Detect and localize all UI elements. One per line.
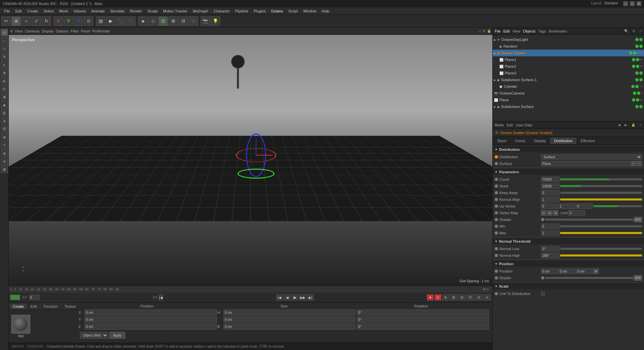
sidebar-magnet-tool[interactable]: ⊘ (1, 69, 8, 76)
sidebar-select-tool[interactable]: ⊹ (1, 45, 8, 52)
coord-y-size[interactable] (224, 316, 356, 323)
tab-create[interactable]: Create (10, 304, 27, 309)
material-item[interactable]: Mat (11, 315, 30, 338)
attr-prev-icon[interactable]: ◀ (618, 123, 621, 127)
modifier-btn[interactable]: ⊟ (179, 16, 188, 26)
sidebar-snap-btn[interactable]: ⊡ (1, 29, 8, 36)
menu-animate[interactable]: Animate (89, 8, 107, 14)
min-slider[interactable] (560, 225, 642, 227)
sidebar-tool9[interactable]: ⊕ (1, 93, 8, 101)
count-slider[interactable] (560, 178, 642, 180)
om-tab-objects[interactable]: Objects (523, 29, 535, 33)
count-input[interactable] (541, 177, 559, 182)
geometry-btn[interactable]: ◈ (138, 16, 148, 26)
scatter-tag-2[interactable]: ▪ (638, 51, 639, 55)
field-btn[interactable]: ◌ (189, 16, 198, 26)
play-btn[interactable]: ▶ (292, 294, 298, 300)
om-tab-tags[interactable]: Tags (538, 29, 546, 33)
vis-p1-2[interactable] (636, 58, 639, 61)
options-menu[interactable]: Options (56, 29, 68, 33)
x-axis-btn[interactable]: X (54, 16, 63, 26)
up-vector-slider[interactable] (593, 205, 642, 207)
scale-section-header[interactable]: ▼ Scale (493, 283, 644, 290)
spline-btn[interactable]: ◇ (148, 16, 158, 26)
menu-help[interactable]: Help (319, 8, 332, 14)
scatter-tag-1[interactable]: ▪ (637, 51, 638, 55)
vis-dot-2[interactable] (639, 38, 643, 41)
menu-file[interactable]: File (1, 8, 13, 14)
attr-tab-display[interactable]: Display (530, 138, 550, 144)
vertex-map-key-btn[interactable]: ⊛ (553, 210, 558, 216)
menu-edit[interactable]: Edit (13, 8, 24, 14)
list-item[interactable]: ▸ ◈ Subdivision Surface.1 (493, 76, 644, 83)
render-active-btn[interactable]: ⬛ (116, 16, 126, 26)
z-axis-btn[interactable]: Z (74, 16, 83, 26)
y-axis-btn[interactable]: Y (64, 16, 73, 26)
vertex-map-select-btn[interactable]: ⊙ (541, 210, 546, 216)
sidebar-sculpt-tool[interactable]: ◎ (1, 77, 8, 84)
cameras-menu[interactable]: Cameras (25, 29, 40, 33)
attr-tab-coord[interactable]: Coord. (511, 138, 530, 144)
auto-key-btn[interactable]: ⊙ (435, 294, 441, 300)
vis-subd1-2[interactable] (639, 78, 643, 81)
jump-start-btn[interactable]: |◀ (276, 294, 283, 300)
key-all-btn[interactable]: ⊛ (442, 294, 449, 300)
keep-away-slider[interactable] (560, 192, 642, 194)
om-tab-bookmarks[interactable]: Bookmarks (549, 29, 567, 33)
menu-window[interactable]: Window (300, 8, 319, 14)
surface-value-input[interactable] (541, 161, 630, 166)
vis-scatter-1[interactable] (629, 51, 632, 55)
distribution-type-select[interactable]: Surface (541, 154, 642, 160)
sidebar-tool16[interactable]: ⊚ (1, 150, 8, 157)
scale-btn[interactable]: ⤢ (32, 16, 41, 26)
coord-z-size[interactable] (224, 324, 356, 330)
om-tab-edit[interactable]: Edit (503, 29, 510, 33)
jump-end-btn[interactable]: ▶| (307, 294, 314, 300)
render-region-btn[interactable]: ▤ (96, 16, 105, 26)
frame-input[interactable] (30, 295, 40, 300)
key-pts-btn[interactable]: ⊟ (458, 294, 466, 300)
list-item[interactable]: ⬜ Plane2 ▪ ▪ (493, 63, 644, 70)
attr-tab-basic[interactable]: Basic (494, 138, 510, 144)
sidebar-tool12[interactable]: ⊙ (1, 117, 8, 125)
om-tab-view[interactable]: View (512, 29, 521, 33)
plane-tag1[interactable]: ▪ (640, 98, 641, 102)
key-param-btn[interactable]: Ⓟ (467, 294, 474, 300)
cyl-tag[interactable]: ● (639, 85, 641, 88)
vis-plane-1[interactable] (632, 98, 635, 102)
sidebar-move-tool[interactable]: ↔ (1, 37, 8, 44)
scatter-tag-3[interactable]: ▪ (640, 51, 641, 55)
pos-shader-dot[interactable] (541, 276, 544, 280)
pos-key-btn[interactable]: ⊛ (593, 269, 599, 274)
sidebar-tool14[interactable]: ⊛ (1, 133, 8, 141)
vis-random-1[interactable] (635, 45, 639, 48)
coord-z-rot[interactable] (357, 324, 489, 330)
sidebar-tool18[interactable]: ⊞ (1, 166, 8, 173)
list-item[interactable]: ⬜ Plane ▪ ▪ (493, 97, 644, 103)
set-start-frame-btn[interactable]: |◀ (159, 294, 163, 300)
undo-btn[interactable]: ↩ (1, 16, 11, 26)
sidebar-brush-tool[interactable]: ∅ (1, 85, 8, 93)
transform-gizmo[interactable] (236, 135, 276, 175)
list-item[interactable]: ▸ ◈ Subdivision Surface (493, 103, 644, 110)
cyl-tag2[interactable]: ▪ (642, 85, 643, 88)
vis-subd1-1[interactable] (635, 78, 639, 81)
attr-tab-edit[interactable]: Edit (507, 123, 513, 127)
vis-p1-1[interactable] (632, 58, 635, 61)
pos-shader-toggle[interactable]: OFF (634, 275, 642, 281)
play-fwd-btn[interactable]: ▶▶ (299, 294, 306, 300)
normal-align-slider[interactable] (560, 198, 642, 200)
normal-high-slider[interactable] (560, 254, 642, 256)
plane-tag2[interactable]: ▪ (642, 98, 643, 102)
up-vector-z[interactable] (576, 203, 593, 209)
vis-scatter-2[interactable] (633, 51, 636, 55)
record-btn[interactable]: ● (427, 294, 434, 300)
menu-motion-tracker[interactable]: Motion Tracker (160, 8, 190, 14)
sidebar-tool10[interactable]: ◈ (1, 101, 8, 109)
camera-btn[interactable]: 📷 (201, 16, 210, 26)
vis-cyl-2[interactable] (635, 85, 639, 88)
seed-input[interactable] (541, 183, 559, 189)
key-motion-btn[interactable]: ⧈ (484, 294, 491, 300)
vis-dot-1[interactable] (635, 38, 639, 41)
vis-cyl-1[interactable] (631, 85, 635, 88)
